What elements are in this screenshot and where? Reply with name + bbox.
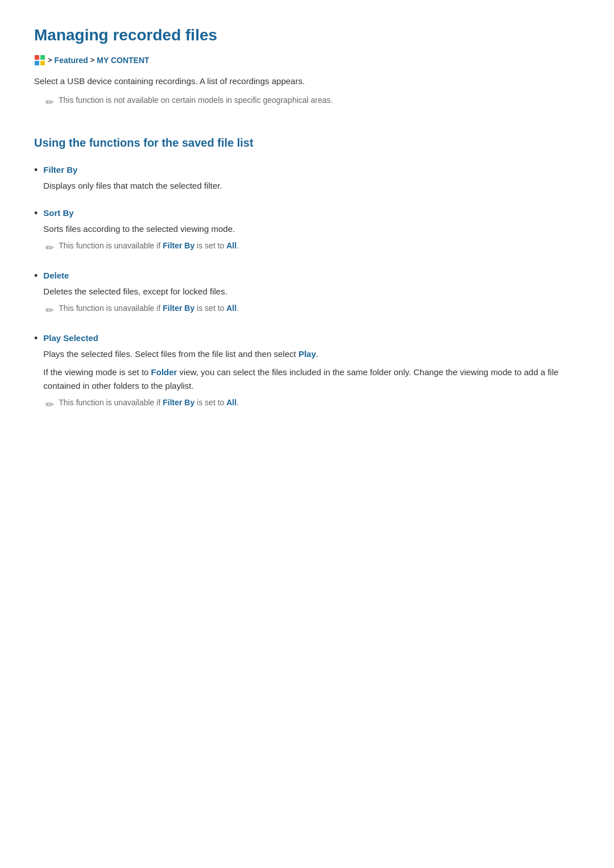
sort-by-content: Sort By Sorts files according to the sel… — [43, 206, 580, 259]
delete-note-text: This function is unavailable if Filter B… — [59, 302, 239, 314]
note-pencil-icon: ✏ — [45, 302, 54, 319]
note-pencil-icon: ✏ — [45, 397, 54, 413]
play-selected-note: ✏ This function is unavailable if Filter… — [45, 396, 580, 413]
bullet-icon: • — [34, 331, 38, 416]
svg-rect-1 — [40, 55, 45, 60]
play-filterby-link: Filter By — [163, 398, 194, 407]
list-item: • Filter By Displays only files that mat… — [34, 163, 580, 196]
filter-by-content: Filter By Displays only files that match… — [43, 163, 580, 196]
delete-term: Delete — [43, 271, 69, 280]
breadcrumb-featured[interactable]: Featured — [55, 54, 88, 67]
delete-note: ✏ This function is unavailable if Filter… — [45, 302, 580, 319]
bullet-icon: • — [34, 269, 38, 321]
list-item: • Play Selected Plays the selected files… — [34, 331, 580, 416]
intro-text: Select a USB device containing recording… — [34, 74, 580, 88]
page-title: Managing recorded files — [34, 23, 580, 48]
note-icon-1: ✏ — [45, 94, 54, 111]
filter-by-desc: Displays only files that match the selec… — [43, 179, 580, 193]
breadcrumb: > Featured > MY CONTENT — [34, 54, 580, 67]
breadcrumb-mycontent[interactable]: MY CONTENT — [97, 54, 149, 67]
play-selected-desc2: If the viewing mode is set to Folder vie… — [43, 366, 580, 393]
bullet-icon: • — [34, 163, 38, 196]
svg-rect-3 — [40, 61, 45, 65]
svg-rect-0 — [35, 55, 39, 60]
section-title: Using the functions for the saved file l… — [34, 134, 580, 152]
play-link: Play — [298, 349, 316, 359]
sort-by-note-text: This function is unavailable if Filter B… — [59, 239, 239, 252]
breadcrumb-sep-1: > — [48, 55, 52, 67]
breadcrumb-sep-2: > — [90, 55, 95, 67]
home-icon — [34, 55, 45, 66]
svg-rect-2 — [35, 61, 39, 65]
delete-content: Delete Deletes the selected files, excep… — [43, 269, 580, 321]
sort-by-note: ✏ This function is unavailable if Filter… — [45, 239, 580, 256]
bullet-icon: • — [34, 206, 38, 259]
delete-all-link: All — [226, 304, 237, 313]
note-pencil-icon: ✏ — [45, 240, 54, 256]
delete-filterby-link: Filter By — [163, 304, 194, 313]
play-selected-content: Play Selected Plays the selected files. … — [43, 331, 580, 416]
sort-by-all-link: All — [226, 241, 237, 250]
folder-link: Folder — [151, 367, 177, 377]
page-container: Managing recorded files > Featured > MY … — [0, 0, 614, 868]
filter-by-term: Filter By — [43, 165, 77, 175]
delete-desc: Deletes the selected files, except for l… — [43, 285, 580, 298]
note-block-1: ✏ This function is not available on cert… — [45, 94, 580, 111]
features-list: • Filter By Displays only files that mat… — [34, 163, 580, 415]
play-all-link: All — [226, 398, 237, 407]
play-selected-desc1: Plays the selected files. Select files f… — [43, 347, 580, 361]
sort-by-term: Sort By — [43, 208, 73, 218]
play-selected-term: Play Selected — [43, 333, 98, 343]
list-item: • Delete Deletes the selected files, exc… — [34, 269, 580, 321]
sort-by-desc: Sorts files according to the selected vi… — [43, 222, 580, 236]
note-text-1: This function is not available on certai… — [59, 94, 333, 106]
sort-by-filterby-link: Filter By — [163, 241, 194, 250]
list-item: • Sort By Sorts files according to the s… — [34, 206, 580, 259]
play-selected-note-text: This function is unavailable if Filter B… — [59, 396, 239, 409]
